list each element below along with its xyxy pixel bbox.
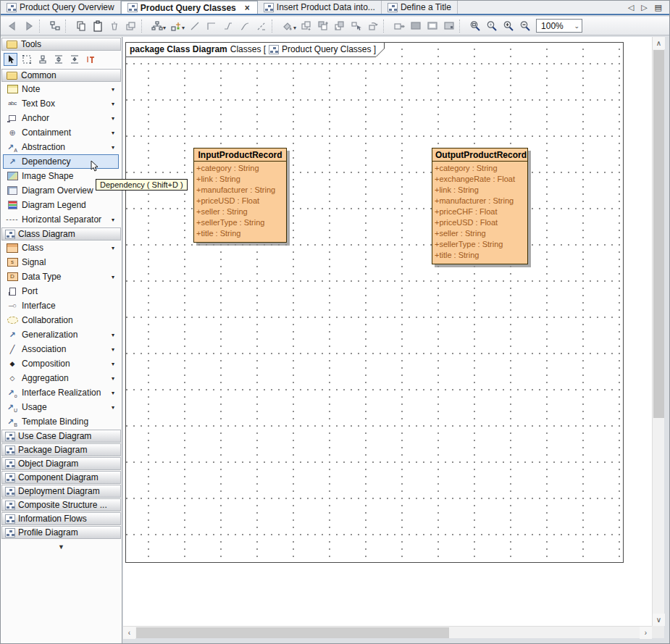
tab-list-button[interactable]: ▤ [653,3,663,12]
rectilinear-path-button[interactable] [203,18,219,34]
palette-item-signal[interactable]: Signal ▾ [3,255,119,269]
class-attribute[interactable]: +title : String [435,250,525,261]
scroll-up-button[interactable]: ∧ [653,37,665,49]
chevron-down-icon[interactable]: ▾ [112,274,116,280]
chevron-down-icon[interactable]: ▾ [112,375,116,382]
sidebar-section-profile-diagram[interactable]: Profile Diagram [1,526,121,539]
distribute-vertically-tool[interactable] [51,53,65,66]
chevron-down-icon[interactable]: ▾ [112,115,116,122]
class-attribute[interactable]: +priceCHF : Float [435,206,525,217]
palette-item-generalization[interactable]: Generalization ▾ [3,327,119,342]
show-grid-button[interactable] [407,18,424,34]
custom-path-button[interactable] [253,18,269,34]
zoom-combobox[interactable]: 100% ⌄ [536,19,582,33]
chevron-down-icon[interactable]: ▾ [112,332,116,338]
chevron-down-icon[interactable]: ▾ [112,144,116,151]
palette-item-template-binding[interactable]: Template Binding ▾ [3,414,119,429]
chevron-down-icon[interactable]: ▾ [112,404,116,411]
class-attribute[interactable]: +priceUSD : Float [435,217,525,228]
palette-item-diagram-legend[interactable]: Diagram Legend ▾ [3,198,119,212]
vertical-scroll-thumb[interactable] [653,50,664,418]
palette-item-port[interactable]: Port ▾ [3,284,119,298]
sidebar-section-component-diagram[interactable]: Component Diagram [1,471,121,484]
palette-item-aggregation[interactable]: Aggregation ▾ [3,371,119,385]
chevron-down-icon[interactable]: ▾ [112,346,116,353]
tab-define-a-title[interactable]: Define a Title [382,1,458,14]
pointer-tool[interactable] [4,53,17,66]
sidebar-section-use-case-diagram[interactable]: Use Case Diagram [1,430,121,443]
chevron-down-icon[interactable]: ▾ [112,130,116,136]
text-tool[interactable] [83,53,97,66]
diagram-view[interactable]: package Class Diagram Classes [ Product … [123,37,652,626]
select-in-containment-tree-button[interactable] [46,18,63,34]
class-attribute[interactable]: +seller : String [435,228,525,239]
forward-button[interactable] [20,18,37,34]
class-attribute[interactable]: +sellerType : String [435,239,525,250]
palette-item-interface-realization[interactable]: Interface Realization ▾ [3,385,119,400]
zoom-in-button[interactable] [500,18,516,34]
vertical-scrollbar[interactable]: ∧ ∨ [652,37,664,626]
scroll-down-button[interactable]: ∨ [653,614,665,626]
class-attribute[interactable]: +category : String [435,163,525,174]
class-attribute[interactable]: +sellerType : String [196,217,284,228]
copy-as-image-button[interactable] [122,18,139,34]
palette-item-containment[interactable]: Containment ▾ [3,125,119,140]
reset-shape-button[interactable] [364,18,381,34]
chevron-down-icon[interactable]: ▾ [163,25,166,31]
back-button[interactable] [4,18,20,34]
group-shapes-button[interactable] [298,18,314,34]
class-attribute[interactable]: +manufacturer : String [196,185,284,196]
palette-item-association[interactable]: Association ▾ [3,342,119,356]
palette-item-anchor[interactable]: Anchor ▾ [3,111,119,125]
class-attribute[interactable]: +seller : String [196,206,284,217]
palette-item-dependency[interactable]: Dependency ▾ [3,154,119,169]
snap-to-grid-button[interactable] [440,18,457,34]
show-rulers-button[interactable] [424,18,440,34]
class-input-product-record[interactable]: InputProductRecord +category : String +l… [193,148,287,243]
autosize-button[interactable] [390,18,407,34]
sidebar-section-class-diagram[interactable]: Class Diagram [1,227,121,241]
copy-button[interactable] [72,18,89,34]
select-related-button[interactable] [348,18,364,34]
class-attribute[interactable]: +priceUSD : Float [196,196,284,206]
send-backward-button[interactable] [314,18,331,34]
sidebar-section-information-flows[interactable]: Information Flows [1,512,121,525]
delete-button[interactable] [106,18,122,34]
class-attribute[interactable]: +title : String [196,228,284,239]
palette-item-usage[interactable]: Usage ▾ [3,400,119,414]
curved-path-button[interactable] [236,18,253,34]
bring-forward-button[interactable] [331,18,348,34]
zoom-out-button[interactable] [516,18,533,34]
sidebar-section-object-diagram[interactable]: Object Diagram [1,457,121,470]
scroll-left-button[interactable]: ‹ [123,627,135,639]
sidebar-section-package-diagram[interactable]: Package Diagram [1,443,121,456]
oblique-path-button[interactable] [219,18,236,34]
close-icon[interactable]: × [243,3,251,13]
palette-collapse-button[interactable]: ▼ [1,543,122,551]
scroll-right-button[interactable]: › [640,627,652,639]
sidebar-section-tools[interactable]: Tools [1,38,121,51]
sidebar-section-common[interactable]: Common [1,69,121,82]
horizontal-scrollbar[interactable]: ‹ › [123,626,652,638]
palette-item-class[interactable]: Class ▾ [3,241,119,255]
group-selection-tool[interactable] [20,53,33,66]
sidebar-section-composite-structure[interactable]: Composite Structure ... [1,498,121,511]
palette-item-abstraction[interactable]: Abstraction ▾ [3,140,119,154]
palette-item-text-box[interactable]: Text Box ▾ [3,96,119,111]
zoom-fit-button[interactable] [483,18,500,34]
chevron-down-icon[interactable]: ▾ [112,390,116,396]
chevron-down-icon[interactable]: ▾ [182,25,185,31]
palette-item-collaboration[interactable]: Collaboration ▾ [3,313,119,327]
palette-item-horizontal-separator[interactable]: Horizontal Separator ▾ [3,212,119,227]
class-output-product-record[interactable]: OutputProductRecord +category : String +… [432,148,528,264]
class-attribute[interactable]: +category : String [196,163,284,174]
chevron-down-icon[interactable]: ▾ [112,361,116,367]
horizontal-scroll-thumb[interactable] [136,627,449,638]
chevron-down-icon[interactable]: ▾ [112,101,116,107]
zoom-region-button[interactable] [466,18,483,34]
class-attribute[interactable]: +manufacturer : String [435,196,525,206]
stamp-tool[interactable] [35,53,49,66]
palette-item-note[interactable]: Note ▾ [3,82,119,96]
palette-item-interface[interactable]: Interface ▾ [3,298,119,313]
sidebar-section-deployment-diagram[interactable]: Deployment Diagram [1,485,121,498]
